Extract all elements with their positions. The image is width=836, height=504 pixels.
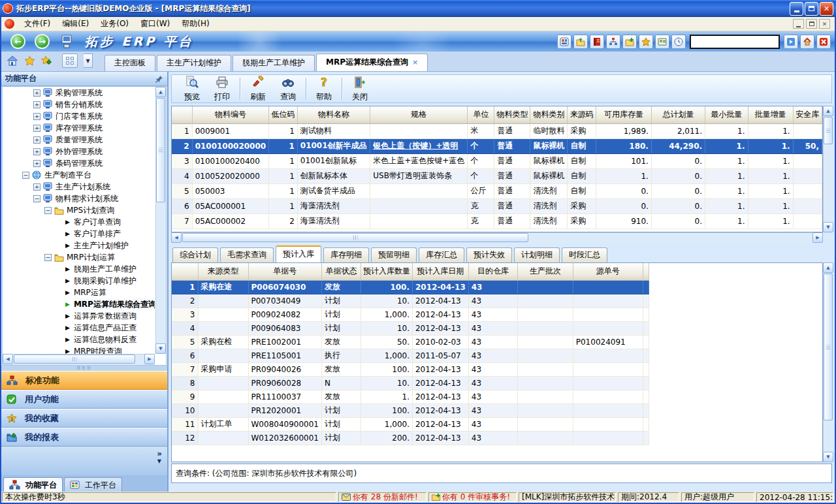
column-header[interactable]: 生产批次 — [517, 263, 573, 280]
quick-search-input[interactable] — [690, 35, 780, 49]
table-row[interactable]: 8PR09060028N10.2012-04-1343 — [172, 376, 649, 390]
tree-item[interactable]: −物料需求计划系统 — [3, 193, 155, 204]
sidebar-nav-button[interactable]: 1我的收藏 — [1, 409, 167, 428]
detail-tab[interactable]: 时段汇总 — [562, 247, 607, 262]
tree-item[interactable]: +外协管理系统 — [3, 146, 155, 157]
column-header[interactable]: 总计划量 — [651, 106, 705, 123]
table-row[interactable]: 1采购在途P006074030发放100.2012-04-1343 — [172, 280, 649, 294]
toolbar-button-print[interactable]: 打印 — [207, 76, 237, 102]
column-header[interactable]: 来源码 — [568, 106, 596, 123]
toolbar-button-close-door[interactable]: 关闭 — [345, 76, 375, 102]
notebook-icon[interactable] — [590, 35, 604, 49]
column-header[interactable]: 安全库 — [793, 106, 822, 123]
table-row[interactable]: 705AC0000022海藻清洗剂克普通清洗剂采购910.0.1.1. — [172, 213, 822, 228]
table-row[interactable]: 5采购在检PRE1002001发放50.2010-02-0343P0100240… — [172, 335, 649, 349]
column-header[interactable]: 预计入库数量 — [361, 263, 412, 280]
detail-tab[interactable]: 预留明细 — [371, 247, 417, 262]
tree-item[interactable]: ▶客户订单查询 — [3, 216, 155, 228]
tree-item[interactable]: ▶脱期生产工单维护 — [3, 263, 155, 275]
receipts-table[interactable]: 来源类型单据号单据状态预计入库数量预计入库日期目的仓库生产批次源单号 1采购在途… — [172, 263, 649, 445]
table-row[interactable]: 401005200200001创新鼠标本体USB带灯透明蓝装饰条个普通鼠标裸机自… — [172, 168, 822, 183]
column-header[interactable]: 来源类型 — [198, 263, 248, 280]
clock-icon[interactable] — [671, 35, 686, 49]
column-header[interactable]: 可用库存量 — [596, 106, 652, 123]
expand-toggle-icon[interactable]: + — [33, 125, 40, 132]
expand-toggle-icon[interactable]: + — [33, 160, 40, 167]
table-row[interactable]: 7采购申请PR09040026发放100.2012-04-1343 — [172, 362, 649, 376]
org-chart-icon[interactable] — [606, 35, 620, 49]
table-row[interactable]: 6PRE1105001执行1,000.2011-05-0743 — [172, 349, 649, 362]
contact-icon[interactable] — [655, 35, 669, 49]
column-header[interactable]: 单据号 — [248, 263, 321, 280]
chevron-more-icon[interactable]: » — [157, 449, 162, 458]
table-row[interactable]: 3P009024082计划1,000.2012-04-1343 — [172, 307, 649, 321]
expand-toggle-icon[interactable]: − — [44, 207, 52, 214]
menu-file[interactable]: 文件(F) — [18, 17, 56, 31]
column-header[interactable]: 批量增量 — [748, 106, 793, 123]
expand-toggle-icon[interactable]: + — [33, 148, 40, 155]
materials-horizontal-scrollbar[interactable]: ◀ ▶ — [171, 232, 823, 243]
add-favorite-icon[interactable] — [41, 55, 52, 66]
detail-tab[interactable]: 预计入库 — [276, 245, 321, 262]
tree-item[interactable]: ▶脱期采购订单维护 — [3, 275, 155, 287]
document-tab[interactable]: MRP运算结果综合查询× — [316, 54, 428, 71]
tree-item[interactable]: −MPS计划查询 — [3, 204, 155, 216]
table-row[interactable]: 20100100020000101001创新半成品银色上盖（按键）+透明个普通鼠… — [172, 138, 822, 153]
column-header[interactable]: 低位码 — [269, 106, 298, 123]
expand-toggle-icon[interactable]: + — [33, 101, 40, 108]
receipts-vertical-scrollbar[interactable]: ▲ ▼ — [823, 262, 833, 462]
home-icon[interactable] — [800, 35, 814, 49]
detail-tab[interactable]: 毛需求查询 — [220, 247, 274, 262]
toolbar-button-preview[interactable]: 预览 — [177, 76, 207, 102]
tree-item[interactable]: +条码管理系统 — [3, 157, 155, 169]
table-row[interactable]: 2P007034049计划10.2012-04-1343 — [172, 294, 649, 307]
menu-window[interactable]: 窗口(W) — [135, 17, 176, 31]
cardfile-icon[interactable] — [557, 35, 571, 49]
forward-icon[interactable]: → — [35, 34, 50, 49]
close-button[interactable]: ✕ — [820, 2, 833, 16]
table-row[interactable]: 10PR12020001计划100.2012-04-1343 — [172, 403, 649, 417]
expand-toggle-icon[interactable]: − — [33, 195, 40, 202]
mdi-close-button[interactable]: ✕ — [819, 19, 830, 29]
detail-tab[interactable]: 预计失效 — [466, 247, 512, 262]
tree-item[interactable]: ▶运算信息物料反查 — [3, 334, 155, 345]
menu-help[interactable]: 帮助(H) — [176, 17, 215, 31]
tree-item[interactable]: ▶运算异常数据查询 — [3, 310, 155, 322]
tree-item[interactable]: ▶MRP运算 — [3, 287, 155, 298]
tree-item[interactable]: +库存管理系统 — [3, 122, 155, 134]
sidebar-nav-button[interactable]: 用户功能 — [1, 390, 167, 409]
materials-vertical-scrollbar[interactable]: ▲ ▼ — [823, 106, 833, 232]
column-header[interactable]: 物料编号 — [192, 106, 269, 123]
expand-toggle-icon[interactable]: + — [33, 183, 40, 191]
expand-toggle-icon[interactable]: + — [33, 136, 40, 144]
tab-close-icon[interactable]: × — [412, 58, 418, 67]
column-header[interactable]: 规格 — [370, 106, 468, 123]
favorites-star-icon[interactable] — [24, 55, 35, 66]
table-row[interactable]: 12W012032600001计划200.2012-04-1343 — [172, 431, 649, 445]
tree-item[interactable]: +质量管理系统 — [3, 134, 155, 146]
document-tab[interactable]: 主控面板 — [104, 55, 155, 71]
mdi-minimize-button[interactable] — [793, 19, 804, 29]
home-icon[interactable] — [7, 55, 18, 66]
tree-item[interactable]: −生产制造平台 — [3, 169, 155, 181]
tree-item[interactable]: +主生产计划系统 — [3, 181, 155, 193]
column-header[interactable]: 物料类别 — [530, 106, 568, 123]
materials-table[interactable]: 物料编号低位码物料名称规格单位物料类型物料类别来源码可用库存量总计划量最小批量批… — [172, 106, 822, 229]
menu-business[interactable]: 业务(O) — [95, 17, 135, 31]
toolbar-button-query[interactable]: 查询 — [273, 76, 303, 102]
tree-item[interactable]: +采购管理系统 — [3, 87, 155, 99]
tree-horizontal-scrollbar[interactable]: ◀ ▶ — [3, 354, 155, 365]
layout-grid-button[interactable] — [62, 54, 78, 68]
tree-item[interactable]: +销售分销系统 — [3, 99, 155, 110]
sidebar-splitter[interactable]: ⣿⣿⣿ — [1, 366, 167, 371]
document-tab[interactable]: 主生产计划维护 — [157, 55, 231, 71]
detail-tab[interactable]: 库存明细 — [323, 247, 369, 262]
tree-vertical-scrollbar[interactable]: ▲ ▼ — [155, 87, 166, 354]
tree-item[interactable]: −MRP计划运算 — [3, 251, 155, 263]
menu-edit[interactable]: 编辑(E) — [56, 17, 95, 31]
folder-export-icon[interactable] — [573, 35, 588, 49]
table-row[interactable]: 30100100020400101001创新鼠标米色上盖+蓝色按键+蓝色个普通鼠… — [172, 153, 822, 168]
folder-add-icon[interactable] — [622, 35, 637, 49]
mdi-restore-button[interactable] — [806, 19, 817, 29]
sidebar-nav-button[interactable]: 我的报表 — [1, 428, 167, 447]
